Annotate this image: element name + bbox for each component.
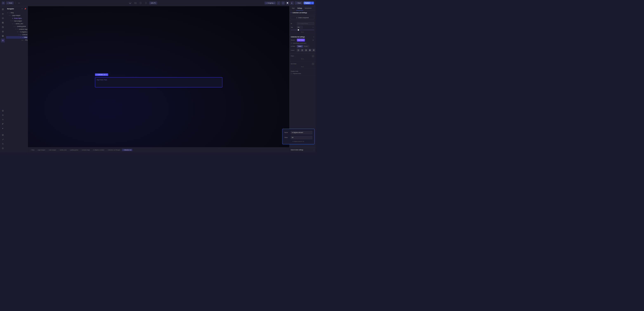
tablet-view-button[interactable] xyxy=(139,1,142,5)
nav-item-section-hero[interactable]: ▾ □ section_hero xyxy=(6,22,27,25)
svg-point-24 xyxy=(2,31,3,32)
breadcrumb-main-wrapper[interactable]: □ main-wrapper xyxy=(47,149,57,151)
nav-item-container-large[interactable]: ▾ □ container-large xyxy=(6,28,27,31)
grid-icon[interactable] xyxy=(1,133,5,137)
designing-mode-button[interactable]: ✏ Designing ▾ xyxy=(264,2,276,4)
ui-state-items-button[interactable]: Items xyxy=(297,45,303,48)
filters-section: Filters + None xyxy=(289,54,316,61)
layout-label: Layout xyxy=(291,50,296,51)
box-icon: □ xyxy=(12,20,14,22)
create-component-button[interactable]: ⊙ Create component xyxy=(291,16,314,19)
publish-button[interactable]: Publish xyxy=(304,2,311,4)
nav-item-body[interactable]: ▾ □ Body xyxy=(6,11,27,14)
breadcrumb-padding-global[interactable]: □ padding-global xyxy=(68,149,79,151)
svg-rect-36 xyxy=(2,135,3,136)
nav-item-fs-3dglobe[interactable]: ▾ □ fs-3dglobe-c... xyxy=(6,31,27,33)
desktop-view-button[interactable] xyxy=(128,1,132,5)
flag-icon[interactable] xyxy=(1,122,5,126)
main-layout: F Navigator × 📌 xyxy=(0,6,316,152)
assets-icon[interactable] xyxy=(1,25,5,29)
components-icon[interactable] xyxy=(1,21,5,25)
cms-icon[interactable] xyxy=(1,34,5,38)
navigator-close-icon[interactable]: × xyxy=(21,8,23,10)
layout-grid-2-button[interactable] xyxy=(300,49,304,52)
id-input[interactable] xyxy=(297,22,314,25)
navigator-icon[interactable] xyxy=(1,39,5,43)
share-button[interactable]: ↑ Share xyxy=(295,2,302,4)
breadcrumb-container-large[interactable]: □ container-large xyxy=(80,149,91,151)
sort-order-add-button[interactable]: + xyxy=(312,63,314,65)
nav-item-collection-list[interactable]: ▾ ≡ Collectio... xyxy=(6,36,27,39)
source-select[interactable]: Map Points xyxy=(297,39,305,42)
canvas[interactable]: ≡ Collection List ⚙ Map Points: Paris □ … xyxy=(28,6,289,152)
more-options-button[interactable]: ••• xyxy=(17,2,21,4)
breadcrumb-body[interactable]: □ Body xyxy=(30,149,35,151)
pages-icon[interactable] xyxy=(1,7,5,11)
nav-item-page-wrapper[interactable]: ▾ □ page-wrapper xyxy=(6,14,27,17)
slider-track[interactable] xyxy=(291,30,314,30)
list-icon: ≡ xyxy=(20,34,22,36)
nav-item-padding-global[interactable]: ▾ □ padding-global xyxy=(6,25,27,28)
comment-button[interactable]: 💬 xyxy=(286,1,289,5)
layout-grid-4-button[interactable] xyxy=(308,49,312,52)
box-icon: □ xyxy=(48,149,48,151)
source-label: Source xyxy=(291,40,296,41)
right-panel: Style Settings Interactions ≡ Collection… xyxy=(289,6,316,152)
media-icon[interactable] xyxy=(1,30,5,34)
search-icon[interactable] xyxy=(1,142,5,146)
chevron-icon: ▾ xyxy=(7,12,8,14)
collection-list-settings-icon[interactable]: ⚙ xyxy=(106,74,107,75)
edit-icon[interactable] xyxy=(1,137,5,141)
home-tab[interactable]: ⌂ Home xyxy=(6,2,14,4)
publish-arrow-button[interactable]: ▾ xyxy=(311,2,314,4)
mobile-view-button[interactable] xyxy=(144,1,148,5)
help-icon[interactable] xyxy=(1,146,5,151)
settings-icon[interactable] xyxy=(1,118,5,122)
ecommerce-icon[interactable] xyxy=(1,109,5,113)
search-index-label: Search index settings xyxy=(291,149,303,151)
breadcrumb-collection-list-wrapper[interactable]: □ Collection List Wrapper xyxy=(106,149,122,151)
ui-state-empty-button[interactable]: Empty xyxy=(303,45,309,48)
slider-thumb[interactable] xyxy=(298,29,299,31)
layers-icon[interactable] xyxy=(1,12,5,16)
breadcrumb-fs-3dglobe-container[interactable]: □ fs-3dglobe-container xyxy=(91,149,106,151)
hamburger-icon[interactable] xyxy=(1,16,5,20)
play-button[interactable]: ▶ xyxy=(290,1,294,5)
breadcrumb-page-wrapper[interactable]: □ page-wrapper xyxy=(36,149,46,151)
id-row: ID xyxy=(291,22,314,25)
cl-list-settings-chevron[interactable]: ▾ xyxy=(314,36,314,38)
logo[interactable] xyxy=(2,2,5,5)
chevron-icon: ▾ xyxy=(10,20,12,22)
layout-grid-1-button[interactable] xyxy=(297,49,300,52)
tag-select-wrapper: Div Section Article xyxy=(297,26,314,29)
breadcrumb-collection-list[interactable]: ≡ Collection List xyxy=(122,149,132,151)
nav-item-collection-wrapper[interactable]: ▾ ≡ Collection L... xyxy=(6,33,27,36)
code-button[interactable]: </> xyxy=(282,1,285,5)
tag-select[interactable]: Div Section Article xyxy=(297,26,303,29)
navigator-pin-icon[interactable]: 📌 xyxy=(24,8,26,10)
layout-list-button[interactable] xyxy=(312,49,316,52)
attr-name-label: Name xyxy=(289,132,290,133)
use-primary-locale-checkbox[interactable] xyxy=(291,43,292,44)
paginate-items-checkbox[interactable] xyxy=(291,73,292,74)
tab-style[interactable]: Style xyxy=(290,6,296,10)
tablet-landscape-view-button[interactable] xyxy=(134,1,137,5)
collection-list-box[interactable]: Map Points: Paris xyxy=(95,77,222,87)
breadcrumb-section-hero[interactable]: □ section_hero xyxy=(58,149,68,151)
slider-row xyxy=(291,30,314,30)
svg-rect-25 xyxy=(2,35,4,36)
checkmark-button[interactable]: ✓ xyxy=(277,1,280,5)
tab-interactions[interactable]: Interactions xyxy=(304,6,313,10)
box-icon: □ xyxy=(14,23,15,25)
svg-rect-59 xyxy=(313,50,314,50)
tab-settings[interactable]: Settings xyxy=(296,6,303,10)
users-icon[interactable] xyxy=(1,113,5,117)
layout-grid-3-button[interactable] xyxy=(304,49,308,52)
filters-add-button[interactable]: + xyxy=(312,55,314,57)
id-label: ID xyxy=(291,23,296,24)
nav-item-empty-state[interactable]: ▶ □ Empty St... xyxy=(6,39,27,42)
nav-item-global-styles[interactable]: ⊕ Global Styles xyxy=(6,17,27,20)
nav-item-main-wrapper[interactable]: ▾ □ main-wrapper xyxy=(6,20,27,22)
f-icon[interactable]: F xyxy=(1,127,5,131)
search-index-arrow[interactable]: › xyxy=(314,149,314,151)
